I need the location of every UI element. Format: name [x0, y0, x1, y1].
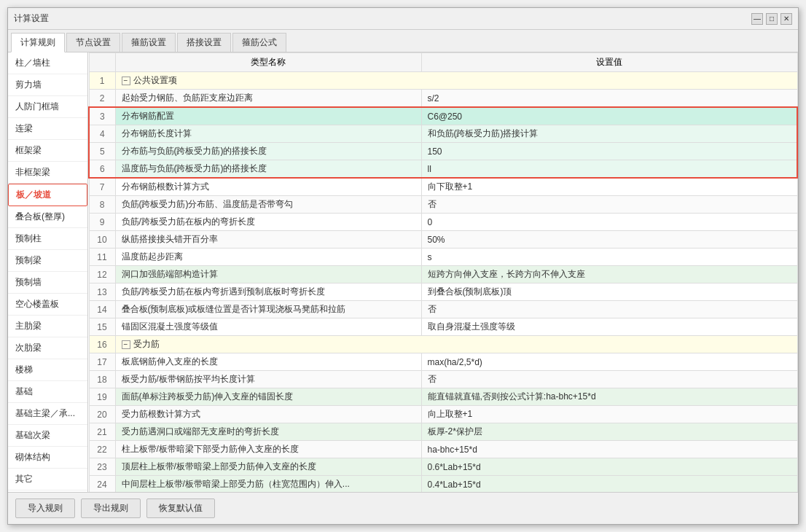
row-name[interactable]: 受力筋遇洞口或端部无支座时的弯折长度 — [115, 423, 421, 441]
table-row: 3分布钢筋配置C6@250 — [89, 107, 797, 125]
sidebar-item-3[interactable]: 连梁 — [8, 118, 87, 140]
row-value[interactable]: ha-bhc+15*d — [421, 441, 797, 458]
row-name[interactable]: 分布钢筋长度计算 — [115, 125, 421, 143]
table-row: 1−公共设置项 — [89, 72, 797, 90]
sidebar-item-5[interactable]: 非框架梁 — [8, 162, 87, 184]
table-row: 20受力筋根数计算方式向上取整+1 — [89, 406, 797, 423]
row-name[interactable]: 负筋/跨板受力筋在板内弯折遇到预制底板时弯折长度 — [115, 283, 421, 301]
row-name[interactable]: 板底钢筋伸入支座的长度 — [115, 353, 421, 371]
sidebar-item-4[interactable]: 框架梁 — [8, 140, 87, 162]
row-name[interactable]: 分布筋与负筋(跨板受力筋)的搭接长度 — [115, 143, 421, 160]
row-number: 20 — [89, 406, 115, 423]
row-number: 17 — [89, 353, 115, 371]
row-number: 22 — [89, 441, 115, 458]
row-value[interactable]: 到叠合板(预制底板)顶 — [421, 283, 797, 301]
row-name[interactable]: 柱上板带/板带暗梁下部受力筋伸入支座的长度 — [115, 441, 421, 458]
sidebar-item-17[interactable]: 基础次梁 — [8, 425, 87, 447]
sidebar-item-10[interactable]: 预制墙 — [8, 272, 87, 294]
row-name[interactable]: 中间层柱上板带/板带暗梁上部受力筋（柱宽范围内）伸入... — [115, 476, 421, 493]
sidebar-item-16[interactable]: 基础主梁／承... — [8, 403, 87, 425]
tab-stirrup-settings[interactable]: 箍筋设置 — [122, 33, 176, 52]
table-row: 8负筋(跨板受力筋)分布筋、温度筋是否带弯勾否 — [89, 196, 797, 214]
row-name[interactable]: 受力筋根数计算方式 — [115, 406, 421, 423]
sidebar-item-14[interactable]: 楼梯 — [8, 359, 87, 381]
row-number: 10 — [89, 231, 115, 249]
row-name[interactable]: 分布钢筋配置 — [115, 107, 421, 125]
row-name[interactable]: 顶层柱上板带/板带暗梁上部受力筋伸入支座的长度 — [115, 458, 421, 476]
row-value[interactable]: 短跨方向伸入支座，长跨方向不伸入支座 — [421, 266, 797, 283]
maximize-button[interactable]: □ — [766, 13, 778, 25]
sidebar-item-2[interactable]: 人防门框墙 — [8, 96, 87, 118]
row-value[interactable]: 否 — [421, 301, 797, 318]
table-container: 类型名称 设置值 1−公共设置项2起始受力钢筋、负筋距支座边距离s/23分布钢筋… — [88, 52, 798, 492]
row-name[interactable]: 分布钢筋根数计算方式 — [115, 178, 421, 196]
row-number: 15 — [89, 318, 115, 336]
window-title: 计算设置 — [14, 12, 49, 25]
tabs-bar: 计算规则 节点设置 箍筋设置 搭接设置 箍筋公式 — [8, 30, 798, 52]
table-row: 6温度筋与负筋(跨板受力筋)的搭接长度ll — [89, 160, 797, 179]
row-value[interactable]: 50% — [421, 231, 797, 249]
row-value[interactable]: 150 — [421, 143, 797, 160]
sidebar-item-13[interactable]: 次肋梁 — [8, 337, 87, 359]
row-value[interactable]: 板厚-2*保护层 — [421, 423, 797, 441]
row-value[interactable]: 和负筋(跨板受力筋)搭接计算 — [421, 125, 797, 143]
sidebar-item-1[interactable]: 剪力墙 — [8, 74, 87, 96]
row-value[interactable]: 向上取整+1 — [421, 406, 797, 423]
row-name[interactable]: 洞口加强筋端部构造计算 — [115, 266, 421, 283]
row-number: 7 — [89, 178, 115, 196]
main-panel: 类型名称 设置值 1−公共设置项2起始受力钢筋、负筋距支座边距离s/23分布钢筋… — [88, 52, 798, 492]
row-name[interactable]: 锚固区混凝土强度等级值 — [115, 318, 421, 336]
bottom-btn-1[interactable]: 导出规则 — [81, 498, 141, 518]
row-value[interactable]: 否 — [421, 371, 797, 388]
bottom-btn-0[interactable]: 导入规则 — [15, 498, 75, 518]
row-value[interactable]: s — [421, 249, 797, 266]
window-controls: — □ ✕ — [751, 13, 792, 25]
sidebar-item-18[interactable]: 砌体结构 — [8, 447, 87, 469]
row-name[interactable]: 温度筋与负筋(跨板受力筋)的搭接长度 — [115, 160, 421, 179]
row-value[interactable]: 能直锚就直锚,否则按公式计算:ha-bhc+15*d — [421, 388, 797, 406]
row-name[interactable]: 叠合板(预制底板)或板缝位置是否计算现浇板马凳筋和拉筋 — [115, 301, 421, 318]
minimize-button[interactable]: — — [751, 13, 763, 25]
tab-node-settings[interactable]: 节点设置 — [66, 33, 120, 52]
row-value[interactable]: 0 — [421, 214, 797, 231]
table-row: 15锚固区混凝土强度等级值取自身混凝土强度等级 — [89, 318, 797, 336]
row-value[interactable]: 向下取整+1 — [421, 178, 797, 196]
content-area: 柱／墙柱剪力墙人防门框墙连梁框架梁非框架梁板／坡道叠合板(整厚)预制柱预制梁预制… — [8, 52, 798, 492]
tab-calc-rules[interactable]: 计算规则 — [11, 33, 65, 52]
collapse-icon[interactable]: − — [122, 77, 130, 85]
table-row: 11温度筋起步距离s — [89, 249, 797, 266]
row-value[interactable]: 取自身混凝土强度等级 — [421, 318, 797, 336]
row-name[interactable]: 板受力筋/板带钢筋按平均长度计算 — [115, 371, 421, 388]
row-value[interactable]: max(ha/2,5*d) — [421, 353, 797, 371]
row-value[interactable]: ll — [421, 160, 797, 179]
tab-stirrup-formula[interactable]: 箍筋公式 — [232, 33, 286, 52]
bottom-btn-2[interactable]: 恢复默认值 — [146, 498, 215, 518]
sidebar-item-19[interactable]: 其它 — [8, 469, 87, 490]
collapse-icon[interactable]: − — [122, 340, 130, 349]
row-value[interactable]: C6@250 — [421, 107, 797, 125]
row-name[interactable]: 负筋/跨板受力筋在板内的弯折长度 — [115, 214, 421, 231]
row-name[interactable]: 纵筋搭接接头错开百分率 — [115, 231, 421, 249]
row-name[interactable]: 负筋(跨板受力筋)分布筋、温度筋是否带弯勾 — [115, 196, 421, 214]
row-name: −公共设置项 — [115, 72, 797, 90]
sidebar-item-6[interactable]: 板／坡道 — [8, 184, 87, 206]
row-value[interactable]: 0.4*Lab+15*d — [421, 476, 797, 493]
sidebar-item-8[interactable]: 预制柱 — [8, 228, 87, 250]
sidebar-item-12[interactable]: 主肋梁 — [8, 316, 87, 337]
row-number: 11 — [89, 249, 115, 266]
sidebar-item-15[interactable]: 基础 — [8, 381, 87, 403]
row-name[interactable]: 面筋(单标注跨板受力筋)伸入支座的锚固长度 — [115, 388, 421, 406]
tab-splice-settings[interactable]: 搭接设置 — [177, 33, 231, 52]
sidebar: 柱／墙柱剪力墙人防门框墙连梁框架梁非框架梁板／坡道叠合板(整厚)预制柱预制梁预制… — [8, 52, 88, 492]
sidebar-item-7[interactable]: 叠合板(整厚) — [8, 206, 87, 228]
row-value[interactable]: s/2 — [421, 90, 797, 108]
sidebar-item-0[interactable]: 柱／墙柱 — [8, 52, 87, 74]
row-number: 14 — [89, 301, 115, 318]
sidebar-item-9[interactable]: 预制梁 — [8, 250, 87, 272]
row-name[interactable]: 温度筋起步距离 — [115, 249, 421, 266]
close-button[interactable]: ✕ — [780, 13, 792, 25]
sidebar-item-11[interactable]: 空心楼盖板 — [8, 294, 87, 316]
row-name[interactable]: 起始受力钢筋、负筋距支座边距离 — [115, 90, 421, 108]
row-value[interactable]: 否 — [421, 196, 797, 214]
row-value[interactable]: 0.6*Lab+15*d — [421, 458, 797, 476]
